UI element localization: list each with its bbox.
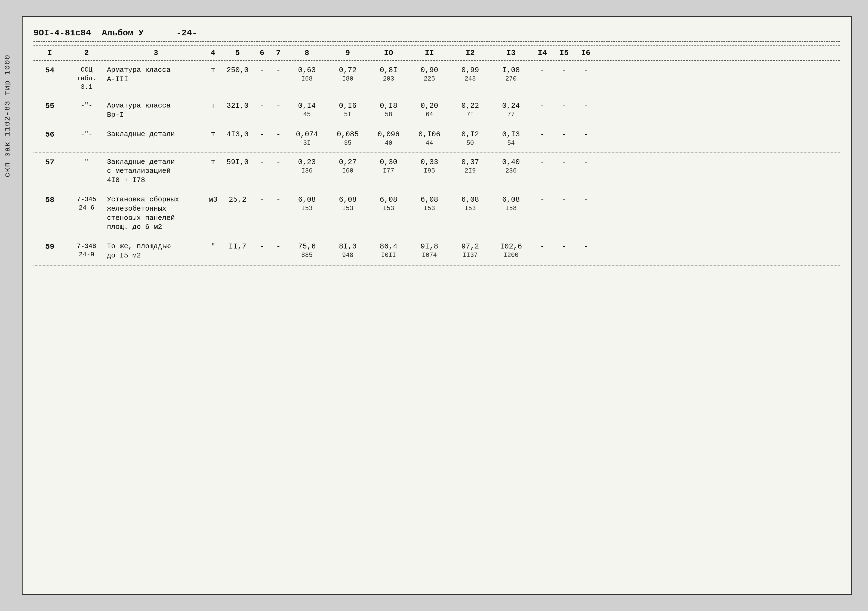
row-col6: - [254, 130, 270, 140]
row-code: 7-348 24-9 [66, 242, 107, 259]
row-col12: 0,99248 [450, 65, 491, 83]
row-col13: 0,40236 [491, 158, 532, 175]
row-code: ССЦ табл. 3.1 [66, 65, 107, 91]
table-row: 597-348 24-9То же, площадью до I5 м2"II,… [34, 237, 840, 266]
row-col8: 0,23I36 [287, 158, 327, 175]
col-header-2: 2 [66, 48, 107, 58]
row-number: 55 [34, 101, 66, 111]
table-row: 54ССЦ табл. 3.1Арматура класса А-IIIт250… [34, 61, 840, 96]
row-col15: - [553, 130, 575, 140]
row-col7: - [270, 65, 287, 75]
row-unit: т [205, 65, 221, 75]
top-divider [34, 41, 840, 42]
row-col16: - [575, 101, 597, 111]
row-col16: - [575, 195, 597, 205]
col-header-5: 5 [221, 48, 254, 58]
row-col15: - [553, 65, 575, 75]
header-album: Альбом У [102, 28, 144, 38]
row-col16: - [575, 130, 597, 140]
row-description: То же, площадью до I5 м2 [107, 242, 205, 261]
row-col8: 6,08I53 [287, 195, 327, 213]
row-col7: - [270, 195, 287, 205]
row-col6: - [254, 158, 270, 167]
row-col7: - [270, 242, 287, 251]
col-header-7: 7 [270, 48, 287, 58]
row-col14: - [532, 158, 553, 167]
col-header-11: II [409, 48, 450, 58]
row-col7: - [270, 101, 287, 111]
col-header-8: 8 [287, 48, 327, 58]
row-col9: 6,08I53 [327, 195, 368, 213]
row-col13: 0,2477 [491, 101, 532, 119]
col-header-1: I [34, 48, 66, 58]
row-col14: - [532, 242, 553, 251]
page-border: 9OI-4-81с84 Альбом У -24- I 2 3 4 5 6 7 … [22, 16, 852, 595]
row-description: Закладные детали [107, 130, 205, 139]
col-header-10: IO [368, 48, 409, 58]
row-col9: 0,27I60 [327, 158, 368, 175]
row-code: -"- [66, 158, 107, 166]
row-number: 58 [34, 195, 66, 205]
col-header-13: I3 [491, 48, 532, 58]
row-col15: - [553, 158, 575, 167]
col-header-4: 4 [205, 48, 221, 58]
table-row: 55-"-Арматура класса Вр-Iт32I,0--0,I4450… [34, 96, 840, 125]
row-col12: 0,I250 [450, 130, 491, 147]
header-page: -24- [176, 28, 197, 38]
row-col8: 0,63I68 [287, 65, 327, 83]
row-col13: I02,6I200 [491, 242, 532, 260]
row-col11: 6,08I53 [409, 195, 450, 213]
row-col15: - [553, 242, 575, 251]
col-header-6: 6 [254, 48, 270, 58]
table-row: 57-"-Закладные детали с металлизацией 4I… [34, 153, 840, 190]
side-text: скп зак 1102-83 тир 1000 [3, 54, 12, 177]
row-col5: 59I,0 [221, 158, 254, 167]
row-number: 59 [34, 242, 66, 252]
row-col13: 0,I354 [491, 130, 532, 147]
row-col6: - [254, 101, 270, 111]
row-col11: 0,I0644 [409, 130, 450, 147]
row-col14: - [532, 130, 553, 140]
row-description: Установка сборных железобетонных стеновы… [107, 195, 205, 232]
col-header-9: 9 [327, 48, 368, 58]
row-col10: 0,09640 [368, 130, 409, 147]
row-col9: 0,72I80 [327, 65, 368, 83]
row-col10: 6,08I53 [368, 195, 409, 213]
row-col16: - [575, 158, 597, 167]
col-header-14: I4 [532, 48, 553, 58]
row-number: 56 [34, 130, 66, 140]
column-headers: I 2 3 4 5 6 7 8 9 IO II I2 I3 I4 I5 I6 [34, 45, 840, 61]
row-col5: II,7 [221, 242, 254, 251]
row-col5: 250,0 [221, 65, 254, 75]
row-col14: - [532, 101, 553, 111]
row-description: Арматура класса Вр-I [107, 101, 205, 120]
row-code: 7-345 24-6 [66, 195, 107, 212]
row-col11: 0,90225 [409, 65, 450, 83]
row-unit: м3 [205, 195, 221, 205]
row-col6: - [254, 242, 270, 251]
data-table: 54ССЦ табл. 3.1Арматура класса А-IIIт250… [34, 61, 840, 265]
row-description: Арматура класса А-III [107, 65, 205, 84]
row-col14: - [532, 65, 553, 75]
row-unit: " [205, 242, 221, 251]
row-code: -"- [66, 101, 107, 110]
row-col15: - [553, 101, 575, 111]
row-col5: 4I3,0 [221, 130, 254, 140]
row-col6: - [254, 195, 270, 205]
table-row: 56-"-Закладные деталит4I3,0--0,0743I0,08… [34, 125, 840, 153]
row-number: 54 [34, 65, 66, 75]
row-col10: 0,30I77 [368, 158, 409, 175]
row-col14: - [532, 195, 553, 205]
content-area: 9OI-4-81с84 Альбом У -24- I 2 3 4 5 6 7 … [34, 28, 840, 583]
row-code: -"- [66, 130, 107, 138]
row-col16: - [575, 65, 597, 75]
col-header-12: I2 [450, 48, 491, 58]
row-col5: 32I,0 [221, 101, 254, 111]
row-col11: 0,2064 [409, 101, 450, 119]
row-col8: 75,6885 [287, 242, 327, 260]
row-col12: 97,2II37 [450, 242, 491, 260]
row-unit: т [205, 101, 221, 111]
row-col9: 8I,0948 [327, 242, 368, 260]
row-col15: - [553, 195, 575, 205]
row-col10: 0,8I203 [368, 65, 409, 83]
